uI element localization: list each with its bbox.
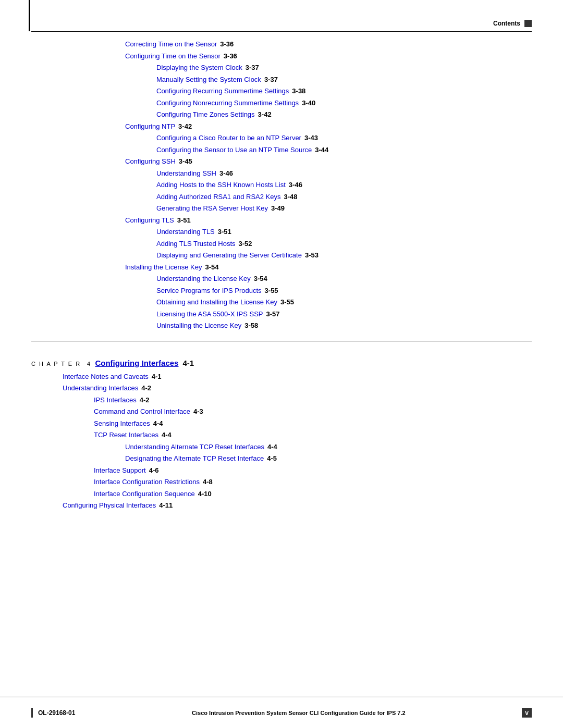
toc-link-configuring-tls[interactable]: Configuring TLS (125, 215, 174, 226)
footer-doc-number: OL-29168-01 (38, 709, 75, 717)
toc-page-understanding-ssh: 3-46 (219, 168, 233, 179)
toc-link-configuring-nonrecurring-summertime[interactable]: Configuring Nonrecurring Summertime Sett… (156, 98, 299, 108)
toc-link-understanding-tls[interactable]: Understanding TLS (156, 227, 215, 237)
toc-link-generating-rsa[interactable]: Generating the RSA Server Host Key (156, 203, 268, 214)
chapter4-header: C H A P T E R 4 Configuring Interfaces 4… (31, 359, 532, 367)
footer-right: v (522, 708, 532, 718)
page-container: Contents Correcting Time on the Sensor3-… (0, 0, 563, 728)
footer-page-number: v (522, 708, 532, 718)
toc-page-adding-hosts-ssh: 3-46 (289, 180, 302, 190)
toc-link-configuring-sensor-ntp[interactable]: Configuring the Sensor to Use an NTP Tim… (156, 145, 312, 155)
toc-page-displaying-clock: 3-37 (246, 63, 259, 73)
page-footer: OL-29168-01 Cisco Intrusion Prevention S… (0, 697, 563, 728)
ch4-entry-interface-config-restrictions: Interface Configuration Restrictions4-8 (94, 477, 532, 487)
toc-entry-correcting-time: Correcting Time on the Sensor3-36 (125, 39, 532, 50)
toc-entry-service-programs-ips: Service Programs for IPS Products3-55 (156, 286, 532, 296)
ch4-page-understanding-alternate-tcp: 4-4 (267, 442, 277, 452)
page-header: Contents (493, 20, 532, 27)
toc-link-installing-license-key[interactable]: Installing the License Key (125, 262, 202, 273)
toc-page-service-programs-ips: 3-55 (265, 286, 278, 296)
top-border (31, 31, 532, 32)
toc-page-manually-setting-clock: 3-37 (264, 75, 278, 85)
toc-page-configuring-time: 3-36 (224, 51, 237, 61)
ch4-page-sensing-interfaces: 4-4 (153, 418, 163, 429)
header-square-icon (524, 20, 532, 27)
toc-link-configuring-ssh[interactable]: Configuring SSH (125, 156, 176, 167)
chapter-separator (31, 341, 532, 342)
toc-entry-displaying-clock: Displaying the System Clock3-37 (156, 63, 532, 73)
toc-entry-adding-tls-hosts: Adding TLS Trusted Hosts3-52 (156, 239, 532, 249)
ch4-link-interface-notes[interactable]: Interface Notes and Caveats (63, 372, 149, 382)
toc-page-licensing-asa: 3-57 (266, 309, 280, 319)
toc-entry-configuring-time-zones: Configuring Time Zones Settings3-42 (156, 109, 532, 120)
ch4-entry-sensing-interfaces: Sensing Interfaces4-4 (94, 418, 532, 429)
ch4-link-interface-config-sequence[interactable]: Interface Configuration Sequence (94, 489, 195, 499)
ch4-page-tcp-reset-interfaces: 4-4 (162, 430, 172, 440)
footer-bar-decoration (31, 708, 33, 718)
toc-page-configuring-tls: 3-51 (177, 215, 191, 226)
toc-entry-configuring-recurring-summertime: Configuring Recurring Summertime Setting… (156, 86, 532, 96)
toc-entry-understanding-license-key: Understanding the License Key3-54 (156, 274, 532, 284)
ch4-link-interface-support[interactable]: Interface Support (94, 465, 146, 476)
toc-page-configuring-sensor-ntp: 3-44 (315, 145, 328, 155)
toc-link-obtaining-installing-license[interactable]: Obtaining and Installing the License Key (156, 297, 277, 307)
toc-page-configuring-nonrecurring-summertime: 3-40 (302, 98, 315, 108)
ch4-page-interface-config-restrictions: 4-8 (203, 477, 213, 487)
toc-entry-displaying-generating-cert: Displaying and Generating the Server Cer… (156, 250, 532, 261)
toc-link-configuring-ntp[interactable]: Configuring NTP (125, 121, 175, 132)
toc-entry-configuring-nonrecurring-summertime: Configuring Nonrecurring Summertime Sett… (156, 98, 532, 108)
toc-link-adding-hosts-ssh[interactable]: Adding Hosts to the SSH Known Hosts List (156, 180, 286, 190)
toc-link-displaying-clock[interactable]: Displaying the System Clock (156, 63, 242, 73)
toc-page-adding-rsa-keys: 3-48 (284, 192, 297, 202)
toc-link-configuring-recurring-summertime[interactable]: Configuring Recurring Summertime Setting… (156, 86, 289, 96)
ch4-link-sensing-interfaces[interactable]: Sensing Interfaces (94, 418, 150, 429)
ch4-page-understanding-interfaces: 4-2 (141, 383, 151, 393)
ch4-link-command-control-interface[interactable]: Command and Control Interface (94, 406, 190, 417)
toc-page-correcting-time: 3-36 (220, 39, 234, 50)
toc-page-installing-license-key: 3-54 (205, 262, 218, 273)
chapter4-title-link[interactable]: Configuring Interfaces (95, 359, 178, 367)
toc-entries: Correcting Time on the Sensor3-36Configu… (31, 39, 532, 331)
toc-page-displaying-generating-cert: 3-53 (305, 250, 319, 261)
ch4-page-interface-notes: 4-1 (152, 372, 162, 382)
toc-link-licensing-asa[interactable]: Licensing the ASA 5500-X IPS SSP (156, 309, 263, 319)
toc-page-configuring-ntp: 3-42 (178, 121, 192, 132)
ch4-entry-understanding-alternate-tcp: Understanding Alternate TCP Reset Interf… (125, 442, 532, 452)
ch4-entry-designating-alternate-tcp: Designating the Alternate TCP Reset Inte… (125, 453, 532, 464)
ch4-entry-understanding-interfaces: Understanding Interfaces4-2 (63, 383, 532, 393)
toc-entry-adding-rsa-keys: Adding Authorized RSA1 and RSA2 Keys3-48 (156, 192, 532, 202)
toc-link-correcting-time[interactable]: Correcting Time on the Sensor (125, 39, 217, 50)
ch4-page-configuring-physical-interfaces: 4-11 (159, 500, 173, 511)
toc-page-configuring-cisco-router-ntp: 3-43 (304, 133, 318, 143)
ch4-link-interface-config-restrictions[interactable]: Interface Configuration Restrictions (94, 477, 200, 487)
toc-entry-configuring-tls: Configuring TLS3-51 (125, 215, 532, 226)
toc-entry-understanding-ssh: Understanding SSH3-46 (156, 168, 532, 179)
ch4-link-understanding-interfaces[interactable]: Understanding Interfaces (63, 383, 138, 393)
ch4-link-tcp-reset-interfaces[interactable]: TCP Reset Interfaces (94, 430, 158, 440)
toc-link-displaying-generating-cert[interactable]: Displaying and Generating the Server Cer… (156, 250, 302, 261)
toc-link-adding-rsa-keys[interactable]: Adding Authorized RSA1 and RSA2 Keys (156, 192, 280, 202)
toc-link-configuring-time-zones[interactable]: Configuring Time Zones Settings (156, 109, 255, 120)
ch4-link-understanding-alternate-tcp[interactable]: Understanding Alternate TCP Reset Interf… (125, 442, 264, 452)
toc-link-understanding-license-key[interactable]: Understanding the License Key (156, 274, 251, 284)
ch4-page-interface-support: 4-6 (149, 465, 159, 476)
ch4-link-configuring-physical-interfaces[interactable]: Configuring Physical Interfaces (63, 500, 156, 511)
ch4-link-ips-interfaces[interactable]: IPS Interfaces (94, 395, 137, 405)
toc-link-manually-setting-clock[interactable]: Manually Setting the System Clock (156, 75, 261, 85)
chapter-label: C H A P T E R (31, 361, 81, 367)
toc-link-adding-tls-hosts[interactable]: Adding TLS Trusted Hosts (156, 239, 236, 249)
ch4-link-designating-alternate-tcp[interactable]: Designating the Alternate TCP Reset Inte… (125, 453, 264, 464)
ch4-page-interface-config-sequence: 4-10 (198, 489, 212, 499)
toc-page-configuring-recurring-summertime: 3-38 (292, 86, 305, 96)
toc-link-service-programs-ips[interactable]: Service Programs for IPS Products (156, 286, 262, 296)
ch4-entry-ips-interfaces: IPS Interfaces4-2 (94, 395, 532, 405)
toc-link-configuring-cisco-router-ntp[interactable]: Configuring a Cisco Router to be an NTP … (156, 133, 301, 143)
chapter4-entries: Interface Notes and Caveats4-1Understand… (31, 372, 532, 511)
toc-entry-manually-setting-clock: Manually Setting the System Clock3-37 (156, 75, 532, 85)
toc-entry-obtaining-installing-license: Obtaining and Installing the License Key… (156, 297, 532, 307)
footer-left: OL-29168-01 (31, 708, 75, 718)
ch4-entry-interface-config-sequence: Interface Configuration Sequence4-10 (94, 489, 532, 499)
toc-link-configuring-time[interactable]: Configuring Time on the Sensor (125, 51, 221, 61)
toc-link-understanding-ssh[interactable]: Understanding SSH (156, 168, 216, 179)
toc-link-uninstalling-license[interactable]: Uninstalling the License Key (156, 320, 241, 331)
